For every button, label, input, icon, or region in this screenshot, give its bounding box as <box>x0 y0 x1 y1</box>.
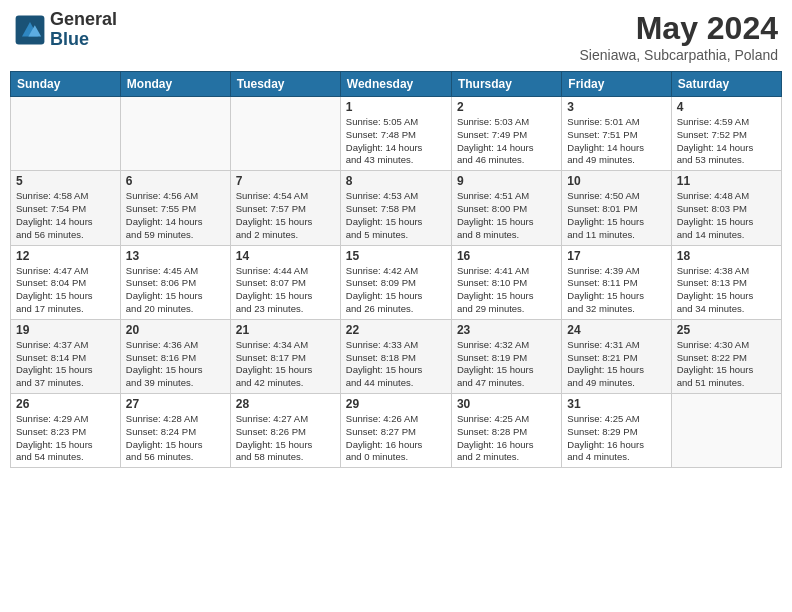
day-number: 12 <box>16 249 115 263</box>
day-info: Sunrise: 4:37 AMSunset: 8:14 PMDaylight:… <box>16 339 115 390</box>
logo-blue-text: Blue <box>50 30 117 50</box>
day-number: 9 <box>457 174 556 188</box>
calendar-cell: 26Sunrise: 4:29 AMSunset: 8:23 PMDayligh… <box>11 394 121 468</box>
calendar-cell: 29Sunrise: 4:26 AMSunset: 8:27 PMDayligh… <box>340 394 451 468</box>
day-info: Sunrise: 4:42 AMSunset: 8:09 PMDaylight:… <box>346 265 446 316</box>
day-info: Sunrise: 4:59 AMSunset: 7:52 PMDaylight:… <box>677 116 776 167</box>
day-info: Sunrise: 4:53 AMSunset: 7:58 PMDaylight:… <box>346 190 446 241</box>
calendar-cell: 31Sunrise: 4:25 AMSunset: 8:29 PMDayligh… <box>562 394 671 468</box>
day-number: 10 <box>567 174 665 188</box>
day-number: 21 <box>236 323 335 337</box>
day-info: Sunrise: 4:27 AMSunset: 8:26 PMDaylight:… <box>236 413 335 464</box>
calendar-cell <box>671 394 781 468</box>
calendar-cell: 15Sunrise: 4:42 AMSunset: 8:09 PMDayligh… <box>340 245 451 319</box>
day-header-friday: Friday <box>562 72 671 97</box>
day-number: 22 <box>346 323 446 337</box>
day-number: 14 <box>236 249 335 263</box>
calendar-cell: 6Sunrise: 4:56 AMSunset: 7:55 PMDaylight… <box>120 171 230 245</box>
calendar-cell <box>120 97 230 171</box>
day-info: Sunrise: 5:05 AMSunset: 7:48 PMDaylight:… <box>346 116 446 167</box>
day-info: Sunrise: 4:41 AMSunset: 8:10 PMDaylight:… <box>457 265 556 316</box>
day-number: 3 <box>567 100 665 114</box>
calendar-cell: 7Sunrise: 4:54 AMSunset: 7:57 PMDaylight… <box>230 171 340 245</box>
day-number: 17 <box>567 249 665 263</box>
day-info: Sunrise: 4:32 AMSunset: 8:19 PMDaylight:… <box>457 339 556 390</box>
day-info: Sunrise: 4:25 AMSunset: 8:29 PMDaylight:… <box>567 413 665 464</box>
day-info: Sunrise: 4:26 AMSunset: 8:27 PMDaylight:… <box>346 413 446 464</box>
location-subtitle: Sieniawa, Subcarpathia, Poland <box>580 47 778 63</box>
day-number: 18 <box>677 249 776 263</box>
calendar-cell: 23Sunrise: 4:32 AMSunset: 8:19 PMDayligh… <box>451 319 561 393</box>
page-header: General Blue May 2024 Sieniawa, Subcarpa… <box>10 10 782 63</box>
day-info: Sunrise: 4:39 AMSunset: 8:11 PMDaylight:… <box>567 265 665 316</box>
day-info: Sunrise: 4:38 AMSunset: 8:13 PMDaylight:… <box>677 265 776 316</box>
day-info: Sunrise: 4:28 AMSunset: 8:24 PMDaylight:… <box>126 413 225 464</box>
day-number: 28 <box>236 397 335 411</box>
day-number: 23 <box>457 323 556 337</box>
calendar-cell: 28Sunrise: 4:27 AMSunset: 8:26 PMDayligh… <box>230 394 340 468</box>
day-number: 27 <box>126 397 225 411</box>
calendar-cell: 10Sunrise: 4:50 AMSunset: 8:01 PMDayligh… <box>562 171 671 245</box>
day-info: Sunrise: 4:34 AMSunset: 8:17 PMDaylight:… <box>236 339 335 390</box>
day-info: Sunrise: 5:01 AMSunset: 7:51 PMDaylight:… <box>567 116 665 167</box>
day-number: 26 <box>16 397 115 411</box>
day-number: 15 <box>346 249 446 263</box>
calendar-cell: 24Sunrise: 4:31 AMSunset: 8:21 PMDayligh… <box>562 319 671 393</box>
logo-general-text: General <box>50 10 117 30</box>
calendar-week-2: 5Sunrise: 4:58 AMSunset: 7:54 PMDaylight… <box>11 171 782 245</box>
day-info: Sunrise: 4:54 AMSunset: 7:57 PMDaylight:… <box>236 190 335 241</box>
day-info: Sunrise: 4:25 AMSunset: 8:28 PMDaylight:… <box>457 413 556 464</box>
day-number: 16 <box>457 249 556 263</box>
day-number: 4 <box>677 100 776 114</box>
calendar-cell: 27Sunrise: 4:28 AMSunset: 8:24 PMDayligh… <box>120 394 230 468</box>
day-number: 24 <box>567 323 665 337</box>
calendar-cell: 14Sunrise: 4:44 AMSunset: 8:07 PMDayligh… <box>230 245 340 319</box>
day-number: 6 <box>126 174 225 188</box>
calendar-cell: 12Sunrise: 4:47 AMSunset: 8:04 PMDayligh… <box>11 245 121 319</box>
calendar-cell: 1Sunrise: 5:05 AMSunset: 7:48 PMDaylight… <box>340 97 451 171</box>
calendar-cell: 21Sunrise: 4:34 AMSunset: 8:17 PMDayligh… <box>230 319 340 393</box>
day-number: 8 <box>346 174 446 188</box>
day-number: 19 <box>16 323 115 337</box>
day-number: 29 <box>346 397 446 411</box>
calendar-cell <box>11 97 121 171</box>
calendar-cell: 3Sunrise: 5:01 AMSunset: 7:51 PMDaylight… <box>562 97 671 171</box>
calendar-header-row: SundayMondayTuesdayWednesdayThursdayFrid… <box>11 72 782 97</box>
day-number: 30 <box>457 397 556 411</box>
day-number: 13 <box>126 249 225 263</box>
logo-icon <box>14 14 46 46</box>
calendar-cell: 20Sunrise: 4:36 AMSunset: 8:16 PMDayligh… <box>120 319 230 393</box>
day-header-thursday: Thursday <box>451 72 561 97</box>
day-number: 11 <box>677 174 776 188</box>
calendar-cell: 16Sunrise: 4:41 AMSunset: 8:10 PMDayligh… <box>451 245 561 319</box>
day-info: Sunrise: 4:33 AMSunset: 8:18 PMDaylight:… <box>346 339 446 390</box>
calendar-week-3: 12Sunrise: 4:47 AMSunset: 8:04 PMDayligh… <box>11 245 782 319</box>
calendar-cell: 2Sunrise: 5:03 AMSunset: 7:49 PMDaylight… <box>451 97 561 171</box>
day-info: Sunrise: 4:47 AMSunset: 8:04 PMDaylight:… <box>16 265 115 316</box>
day-info: Sunrise: 4:56 AMSunset: 7:55 PMDaylight:… <box>126 190 225 241</box>
day-header-sunday: Sunday <box>11 72 121 97</box>
calendar-cell: 4Sunrise: 4:59 AMSunset: 7:52 PMDaylight… <box>671 97 781 171</box>
calendar-cell: 8Sunrise: 4:53 AMSunset: 7:58 PMDaylight… <box>340 171 451 245</box>
day-info: Sunrise: 5:03 AMSunset: 7:49 PMDaylight:… <box>457 116 556 167</box>
day-info: Sunrise: 4:29 AMSunset: 8:23 PMDaylight:… <box>16 413 115 464</box>
calendar-cell: 11Sunrise: 4:48 AMSunset: 8:03 PMDayligh… <box>671 171 781 245</box>
day-number: 20 <box>126 323 225 337</box>
day-info: Sunrise: 4:36 AMSunset: 8:16 PMDaylight:… <box>126 339 225 390</box>
day-header-saturday: Saturday <box>671 72 781 97</box>
day-info: Sunrise: 4:30 AMSunset: 8:22 PMDaylight:… <box>677 339 776 390</box>
calendar-cell: 30Sunrise: 4:25 AMSunset: 8:28 PMDayligh… <box>451 394 561 468</box>
day-number: 5 <box>16 174 115 188</box>
day-info: Sunrise: 4:31 AMSunset: 8:21 PMDaylight:… <box>567 339 665 390</box>
month-title: May 2024 <box>580 10 778 47</box>
calendar-week-1: 1Sunrise: 5:05 AMSunset: 7:48 PMDaylight… <box>11 97 782 171</box>
calendar-cell: 25Sunrise: 4:30 AMSunset: 8:22 PMDayligh… <box>671 319 781 393</box>
day-number: 2 <box>457 100 556 114</box>
day-header-tuesday: Tuesday <box>230 72 340 97</box>
day-header-wednesday: Wednesday <box>340 72 451 97</box>
day-info: Sunrise: 4:58 AMSunset: 7:54 PMDaylight:… <box>16 190 115 241</box>
day-number: 25 <box>677 323 776 337</box>
title-block: May 2024 Sieniawa, Subcarpathia, Poland <box>580 10 778 63</box>
calendar-cell: 9Sunrise: 4:51 AMSunset: 8:00 PMDaylight… <box>451 171 561 245</box>
day-number: 7 <box>236 174 335 188</box>
